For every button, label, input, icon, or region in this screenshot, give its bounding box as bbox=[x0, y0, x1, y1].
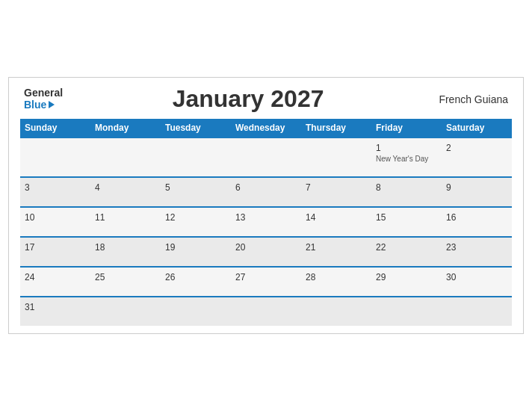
calendar-cell: 1New Year's Day bbox=[371, 137, 442, 177]
logo-general-text: General bbox=[24, 87, 63, 99]
calendar-cell: 14 bbox=[301, 207, 371, 237]
calendar-cell: 29 bbox=[371, 267, 442, 297]
weekday-header-saturday: Saturday bbox=[442, 119, 512, 137]
day-number: 14 bbox=[306, 212, 367, 223]
calendar-cell bbox=[161, 297, 231, 326]
week-row-5: 24252627282930 bbox=[20, 267, 512, 297]
calendar-cell: 22 bbox=[371, 237, 442, 267]
day-number: 16 bbox=[446, 212, 507, 223]
day-number: 23 bbox=[446, 242, 507, 253]
calendar-cell: 9 bbox=[442, 177, 512, 207]
calendar-cell bbox=[161, 137, 231, 177]
logo-triangle-icon bbox=[49, 101, 55, 108]
day-number: 1 bbox=[376, 143, 437, 153]
calendar-cell: 13 bbox=[231, 207, 301, 237]
calendar-cell: 18 bbox=[90, 237, 161, 267]
calendar-cell: 3 bbox=[20, 177, 90, 207]
calendar-cell: 12 bbox=[161, 207, 231, 237]
calendar-cell: 8 bbox=[371, 177, 442, 207]
calendar-container: General Blue January 2027 French Guiana … bbox=[8, 77, 524, 334]
weekday-header-thursday: Thursday bbox=[301, 119, 371, 137]
week-row-1: 1New Year's Day2 bbox=[20, 137, 512, 177]
day-number: 4 bbox=[95, 182, 156, 193]
calendar-cell: 24 bbox=[20, 267, 90, 297]
week-row-4: 17181920212223 bbox=[20, 237, 512, 267]
calendar-cell: 11 bbox=[90, 207, 161, 237]
weekday-header-wednesday: Wednesday bbox=[231, 119, 301, 137]
logo-blue-text: Blue bbox=[24, 99, 63, 111]
day-number: 2 bbox=[446, 143, 507, 153]
week-row-3: 10111213141516 bbox=[20, 207, 512, 237]
day-number: 7 bbox=[306, 182, 367, 193]
calendar-cell bbox=[301, 297, 371, 326]
day-number: 27 bbox=[235, 272, 297, 282]
day-number: 15 bbox=[376, 212, 437, 223]
weekday-header-tuesday: Tuesday bbox=[161, 119, 231, 137]
calendar-cell: 30 bbox=[442, 267, 512, 297]
calendar-cell: 4 bbox=[90, 177, 161, 207]
day-number: 25 bbox=[95, 272, 156, 282]
week-row-6: 31 bbox=[20, 297, 512, 326]
calendar-header: General Blue January 2027 French Guiana bbox=[20, 85, 512, 113]
day-number: 20 bbox=[235, 242, 297, 253]
calendar-cell: 27 bbox=[231, 267, 301, 297]
calendar-cell bbox=[231, 297, 301, 326]
calendar-cell: 5 bbox=[161, 177, 231, 207]
calendar-cell: 15 bbox=[371, 207, 442, 237]
weekday-header-friday: Friday bbox=[371, 119, 442, 137]
calendar-cell: 25 bbox=[90, 267, 161, 297]
day-number: 10 bbox=[25, 212, 86, 223]
weekday-header-row: SundayMondayTuesdayWednesdayThursdayFrid… bbox=[20, 119, 512, 137]
logo: General Blue bbox=[24, 87, 63, 111]
weekday-header-monday: Monday bbox=[90, 119, 161, 137]
day-number: 9 bbox=[446, 182, 507, 193]
calendar-cell: 7 bbox=[301, 177, 371, 207]
day-number: 26 bbox=[165, 272, 226, 282]
calendar-cell bbox=[301, 137, 371, 177]
calendar-title: January 2027 bbox=[63, 85, 433, 113]
day-number: 5 bbox=[165, 182, 226, 193]
week-row-2: 3456789 bbox=[20, 177, 512, 207]
day-number: 28 bbox=[306, 272, 367, 282]
calendar-cell bbox=[231, 137, 301, 177]
day-number: 6 bbox=[235, 182, 297, 193]
day-number: 19 bbox=[165, 242, 226, 253]
region-label: French Guiana bbox=[433, 93, 508, 105]
calendar-cell: 31 bbox=[20, 297, 90, 326]
day-number: 29 bbox=[376, 272, 437, 282]
calendar-table: SundayMondayTuesdayWednesdayThursdayFrid… bbox=[20, 119, 512, 326]
weekday-header-sunday: Sunday bbox=[20, 119, 90, 137]
calendar-cell bbox=[90, 297, 161, 326]
day-number: 22 bbox=[376, 242, 437, 253]
calendar-cell: 28 bbox=[301, 267, 371, 297]
day-number: 31 bbox=[25, 302, 86, 312]
calendar-cell: 21 bbox=[301, 237, 371, 267]
day-number: 24 bbox=[25, 272, 86, 282]
logo-blue-label: Blue bbox=[24, 99, 46, 111]
calendar-cell: 17 bbox=[20, 237, 90, 267]
day-number: 8 bbox=[376, 182, 437, 193]
calendar-cell: 16 bbox=[442, 207, 512, 237]
day-number: 30 bbox=[446, 272, 507, 282]
day-number: 11 bbox=[95, 212, 156, 223]
day-number: 17 bbox=[25, 242, 86, 253]
day-number: 18 bbox=[95, 242, 156, 253]
calendar-cell: 23 bbox=[442, 237, 512, 267]
calendar-cell bbox=[442, 297, 512, 326]
calendar-cell: 10 bbox=[20, 207, 90, 237]
calendar-cell: 20 bbox=[231, 237, 301, 267]
calendar-cell bbox=[20, 137, 90, 177]
day-number: 3 bbox=[25, 182, 86, 193]
calendar-cell: 2 bbox=[442, 137, 512, 177]
calendar-cell: 26 bbox=[161, 267, 231, 297]
calendar-cell bbox=[371, 297, 442, 326]
calendar-cell bbox=[90, 137, 161, 177]
day-number: 21 bbox=[306, 242, 367, 253]
day-number: 12 bbox=[165, 212, 226, 223]
calendar-cell: 6 bbox=[231, 177, 301, 207]
holiday-label: New Year's Day bbox=[376, 155, 437, 163]
calendar-cell: 19 bbox=[161, 237, 231, 267]
day-number: 13 bbox=[235, 212, 297, 223]
